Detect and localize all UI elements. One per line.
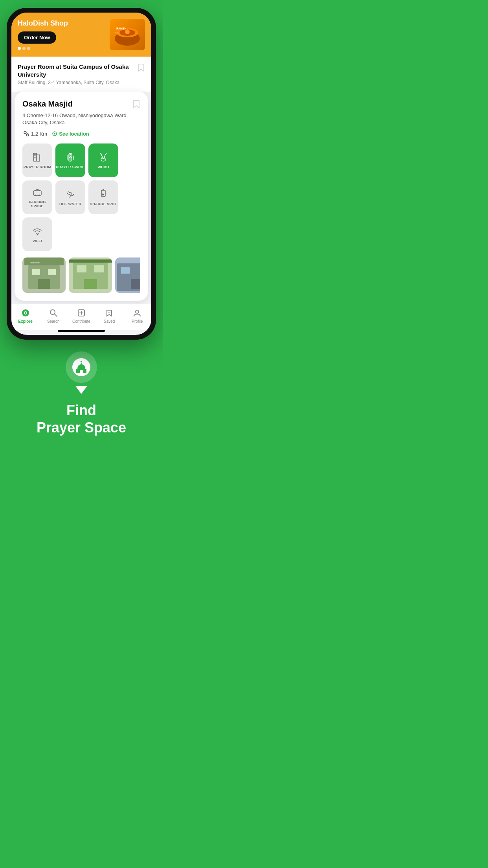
svg-point-6 (24, 131, 26, 134)
wudu-icon (98, 152, 109, 163)
dot-2 (22, 47, 26, 50)
prayer-space-label: PRAYER SPACE (56, 165, 84, 169)
parking-label: PARKING SPACE (22, 200, 52, 209)
svg-rect-33 (94, 265, 104, 272)
nav-saved[interactable]: Saved (95, 308, 123, 324)
home-indicator (58, 330, 105, 332)
bookmark-icon[interactable] (137, 63, 145, 72)
prayer-room-icon (32, 152, 43, 163)
wifi-icon (32, 226, 43, 237)
nav-explore[interactable]: Explore (11, 308, 39, 324)
mosque-logo-circle (66, 351, 97, 383)
svg-rect-16 (33, 191, 41, 195)
svg-point-12 (34, 154, 36, 156)
search-icon (49, 308, 58, 318)
svg-text:RAMEN: RAMEN (116, 27, 127, 30)
parking-icon (32, 187, 43, 198)
mosque-logo-svg (72, 357, 91, 377)
svg-rect-40 (131, 279, 140, 289)
main-card: Osaka Masjid 4 Chome-12-16 Owada, Nishiy… (15, 92, 148, 301)
svg-point-18 (39, 195, 40, 196)
svg-rect-26 (48, 269, 56, 275)
phone-screen: HaloDish Shop Order Now RAMEN HONOLU (11, 13, 151, 335)
shop-name: HaloDish Shop (18, 19, 110, 28)
prayer-space-icon (65, 152, 76, 163)
amenity-prayer-space[interactable]: PRAYER SPACE (55, 143, 85, 177)
top-banner: HaloDish Shop Order Now RAMEN HONOLU (11, 13, 151, 57)
location-circle-icon (52, 131, 57, 136)
distance-display: 1.2 Km (22, 130, 47, 137)
svg-point-60 (136, 310, 139, 313)
amenity-parking[interactable]: PARKING SPACE (22, 180, 52, 214)
card-header: Osaka Masjid (22, 99, 140, 109)
prayer-mini-content: Prayer Room at Suita Campus of Osaka Uni… (18, 63, 137, 85)
saved-label: Saved (104, 319, 115, 324)
svg-point-54 (50, 310, 55, 314)
charge-spot-label: CHARGE SPOT (90, 202, 117, 206)
svg-rect-19 (101, 190, 105, 197)
masjid-name: Osaka Masjid (22, 99, 73, 108)
amenity-hot-water[interactable]: HOT WATER (55, 180, 85, 214)
contribute-label: Contribute (72, 319, 90, 324)
nav-search[interactable]: Search (39, 308, 67, 324)
banner-content: HaloDish Shop Order Now (18, 19, 110, 50)
bottom-nav: Explore Search (11, 304, 151, 330)
logo-pointer-triangle (75, 386, 87, 394)
svg-rect-32 (77, 265, 86, 272)
svg-point-22 (37, 234, 38, 235)
prayer-room-label: PRAYER ROOM (24, 165, 51, 169)
prayer-mini-title: Prayer Room at Suita Campus of Osaka Uni… (18, 63, 137, 78)
svg-point-5 (125, 29, 130, 34)
amenity-wifi[interactable]: WI-FI (22, 217, 52, 251)
search-label: Search (47, 319, 60, 324)
amenity-prayer-room[interactable]: PRAYER ROOM (22, 143, 52, 177)
prayer-mini-address: Staff Building, 3-4 Yamadaoka, Suita Cit… (18, 80, 137, 85)
svg-point-17 (35, 195, 36, 196)
svg-rect-27 (38, 279, 50, 289)
carousel-dots (18, 47, 110, 50)
location-pin-icon (22, 130, 29, 137)
charge-spot-icon (98, 189, 109, 200)
hot-water-label: HOT WATER (59, 202, 81, 206)
wifi-label: WI-FI (33, 239, 42, 243)
nav-profile[interactable]: Profile (123, 308, 151, 324)
order-now-button[interactable]: Order Now (18, 31, 56, 44)
amenity-charge-spot[interactable]: CHARGE SPOT (88, 180, 118, 214)
masjid-address: 4 Chome-12-16 Owada, Nishiyodogawa Ward,… (22, 112, 140, 126)
profile-label: Profile (132, 319, 143, 324)
svg-line-55 (55, 314, 57, 316)
see-location-label: See location (59, 131, 89, 137)
svg-rect-35 (69, 259, 112, 263)
saved-icon (105, 308, 114, 318)
photo-2 (69, 257, 112, 293)
svg-rect-25 (32, 269, 40, 275)
hot-water-icon (65, 189, 76, 200)
profile-icon (132, 308, 142, 318)
location-row: 1.2 Km See location (22, 130, 140, 137)
banner-image: RAMEN HONOLU (110, 19, 145, 50)
contribute-icon (77, 308, 86, 318)
explore-icon (21, 308, 30, 318)
svg-point-63 (81, 361, 82, 362)
explore-label: Explore (18, 319, 33, 324)
wudu-label: WUDU (97, 165, 109, 169)
dot-3 (27, 47, 30, 50)
branding-section: Find Prayer Space (29, 340, 134, 451)
dot-1 (18, 47, 21, 50)
svg-text:Arabic text: Arabic text (30, 261, 40, 264)
save-bookmark-icon[interactable] (132, 99, 140, 109)
svg-rect-34 (84, 279, 97, 289)
amenity-wudu[interactable]: WUDU (88, 143, 118, 177)
branding-prayer: Prayer Space (37, 419, 126, 436)
svg-rect-64 (80, 370, 83, 373)
amenities-grid: PRAYER ROOM PRAYER SPACE (22, 143, 140, 251)
svg-point-10 (54, 133, 55, 134)
svg-point-14 (70, 154, 71, 155)
distance-value: 1.2 Km (31, 131, 47, 137)
prayer-mini-card: Prayer Room at Suita Campus of Osaka Uni… (11, 57, 151, 92)
see-location-link[interactable]: See location (52, 131, 89, 137)
branding-find: Find (66, 402, 96, 419)
nav-contribute[interactable]: Contribute (67, 308, 95, 324)
photos-row[interactable]: Arabic text (22, 257, 140, 293)
svg-point-53 (25, 312, 26, 314)
